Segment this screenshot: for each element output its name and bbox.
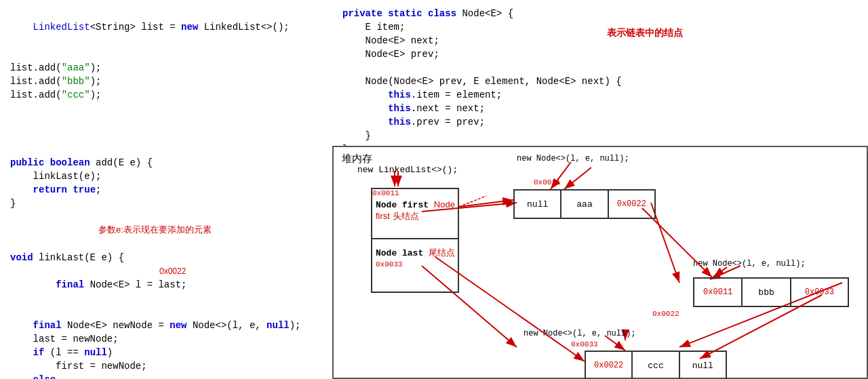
node1-cell-aaa: aaa (561, 191, 608, 218)
node1-cell-0x0022: 0x0022 (609, 191, 654, 218)
svg-line-8 (459, 196, 486, 207)
rc-line-5: Node(Node<E> prev, E element, Node<E> ne… (342, 75, 858, 88)
addr-0x0022-diag: 0x0022 (652, 310, 679, 318)
node1-box: null aaa 0x0022 (513, 189, 656, 219)
addr-0x0033-ll: 0x0033 (376, 260, 403, 268)
node3-addr-left: 0x0033 (571, 340, 598, 348)
svg-line-11 (459, 200, 513, 207)
annotation-params: 参数e:表示现在要添加的元素 (98, 224, 212, 236)
code-linklast: linkLast(e); (10, 169, 322, 183)
rc-line-3: Node<E> next; (342, 34, 858, 47)
rc-line-1: private static class Node<E> { (342, 7, 858, 20)
node2-cell-0x0033: 0x0033 (791, 279, 848, 306)
code-blank-2 (10, 102, 322, 115)
code-else: else (10, 373, 322, 379)
rc-line-8: this.prev = prev; (342, 115, 858, 129)
rc-line-9: } (342, 129, 858, 142)
node1-addr: 0x0011 (534, 178, 561, 186)
code-brace-1: } (10, 197, 322, 210)
node2-cell-0x0011: 0x0011 (694, 279, 743, 306)
code-line-1: LinkedList<String> list = new LinkedList… (10, 7, 322, 47)
rc-line-4: Node<E> prev; (342, 47, 858, 61)
code-void-linklast: void linkLast(E e) { (10, 251, 322, 264)
node1-new-label: new Node<>(l, e, null); (517, 154, 629, 163)
diagram-panel: 堆内存 new LinkedList<>(); 0x0011 Node firs… (332, 146, 868, 379)
code-blank-7 (10, 237, 322, 251)
rc-blank (342, 61, 858, 75)
code-blank-4 (10, 129, 322, 142)
node2-new-label: new Node<>(l, e, null); (693, 259, 806, 268)
node3-cell-ccc: ccc (633, 352, 679, 379)
svg-line-17 (713, 267, 727, 277)
left-code-panel: LinkedList<String> list = new LinkedList… (0, 0, 332, 379)
code-blank-6 (10, 210, 322, 224)
right-code-panel: private static class Node<E> { E item; N… (332, 0, 868, 146)
node3-cell-0x0022: 0x0022 (586, 352, 633, 379)
code-blank-3 (10, 115, 322, 129)
svg-line-5 (564, 167, 591, 189)
linkedlist-box: 0x0011 Node first Node first 头结点 Node la… (371, 188, 459, 293)
code-line-blank (10, 47, 322, 61)
code-return: return true; (10, 183, 322, 197)
node3-new-label: new Node<>(l, e, null); (524, 329, 636, 338)
ll-new-label: new LinkedList<>(); (357, 165, 458, 175)
node2-box: 0x0011 bbb 0x0033 (693, 277, 849, 307)
rc-line-6: this.item = element; (342, 88, 858, 102)
code-public-boolean: public boolean add(E e) { (10, 156, 322, 169)
diagram-title: 堆内存 (342, 153, 372, 165)
code-line-add-aaa: list.add("aaa"); (10, 61, 322, 75)
annotation-0x0022-left: 0x0022 (159, 264, 186, 278)
code-blank-5 (10, 142, 322, 156)
code-first-newnode: first = newNode; (10, 359, 322, 373)
code-last-newnode: last = newNode; (10, 332, 322, 346)
code-final-l: final Node<E> l = last; 0x0022 (10, 264, 322, 319)
node-first-label: 0x0011 Node first Node first 头结点 (376, 199, 458, 222)
annotation-node-text: 表示链表中的结点 (607, 27, 683, 39)
node2-cell-bbb: bbb (743, 279, 791, 306)
rc-line-7: this.next = next; (342, 102, 858, 115)
rc-line-2: E item; (342, 20, 858, 34)
addr-0x0011-ll: 0x0011 (372, 189, 399, 197)
code-line-add-bbb: list.add("bbb"); (10, 75, 322, 88)
code-final-newnode: final Node<E> newNode = new Node<>(l, e,… (10, 319, 322, 332)
code-line-add-ccc: list.add("ccc"); (10, 88, 322, 102)
code-if-null: if (l == null) (10, 346, 322, 359)
node3-box: 0x0022 ccc null (585, 351, 727, 379)
node1-cell-null: null (515, 191, 561, 218)
node-last-label: Node last 尾结点 0x0033 (376, 247, 455, 259)
annotation-params-container: 参数e:表示现在要添加的元素 (10, 224, 322, 237)
node3-cell-null: null (680, 352, 726, 379)
